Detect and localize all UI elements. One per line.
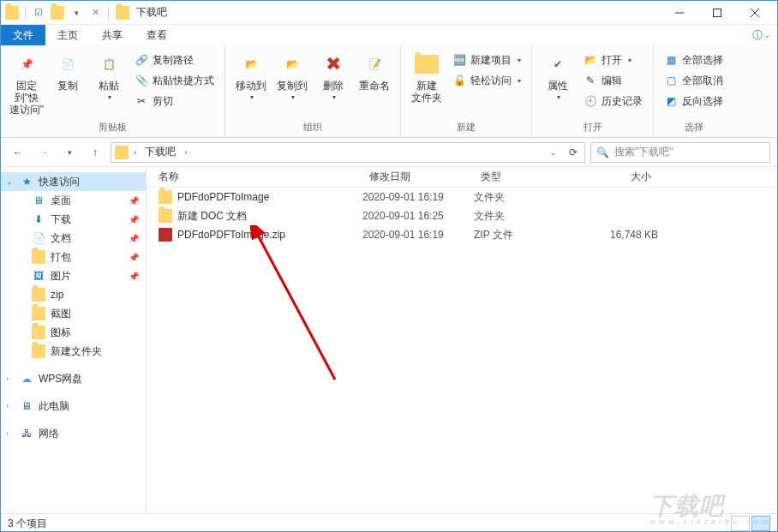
properties-qat-icon[interactable]: ☑ [31,5,46,21]
easy-access-button[interactable]: 🔓轻松访问▾ [449,71,524,90]
forward-button[interactable]: → [33,142,54,163]
open-button[interactable]: 📂打开▾ [580,51,646,69]
folder-icon [32,326,45,339]
column-size[interactable]: 大小 [572,170,658,184]
breadcrumb-segment[interactable]: 下载吧 [141,145,179,159]
select-all-button[interactable]: ▦全部选择 [661,51,727,69]
tab-view[interactable]: 查看 [135,25,179,45]
ribbon-group-new: 新建 文件夹 🆕新建项目▾ 🔓轻松访问▾ 新建 [401,45,532,137]
chevron-right-icon[interactable]: › [6,429,9,438]
column-name[interactable]: 名称 [147,170,362,184]
chevron-right-icon[interactable]: › [6,402,9,410]
path-icon: 🔗 [135,53,148,67]
documents-icon: 📄 [32,231,45,245]
up-button[interactable]: ↑ [85,142,105,163]
column-headers: 名称 修改日期 类型 大小 [147,167,777,188]
sidebar-item-desktop[interactable]: 🖥桌面📌 [1,191,146,210]
selall-icon: ▦ [664,53,678,67]
tab-file[interactable]: 文件 [1,25,45,45]
sidebar-item-documents[interactable]: 📄文档📌 [1,229,146,248]
navigation-pane[interactable]: ⌄★快速访问 🖥桌面📌 ⬇下载📌 📄文档📌 打包📌 🖼图片📌 zip 截图 图标… [1,167,147,513]
search-placeholder: 搜索"下载吧" [614,145,673,159]
invert-selection-button[interactable]: ◩反向选择 [661,92,727,111]
paste-icon: 📋 [95,51,123,78]
search-input[interactable]: 🔍 搜索"下载吧" [590,142,770,163]
edit-icon: ✎ [584,74,597,87]
ribbon-tabs: 文件 主页 共享 查看 ⓘ ⌄ [1,25,777,45]
pin-icon: 📌 [129,253,139,262]
refresh-button[interactable]: ⟳ [566,146,581,158]
file-name: PDFdoPDFToImage [177,191,269,203]
file-list[interactable]: 名称 修改日期 类型 大小 PDFdoPDFToImage2020-09-01 … [147,167,777,513]
select-none-button[interactable]: ▢全部取消 [661,71,727,90]
tab-home[interactable]: 主页 [45,25,90,45]
copy-path-button[interactable]: 🔗复制路径 [131,51,218,69]
history-icon: 🕘 [584,94,597,108]
file-type: 文件夹 [474,190,572,205]
icons-view-button[interactable] [751,516,770,531]
folder-qat-icon[interactable] [4,5,20,21]
properties-button[interactable]: ✔属性▾ [537,49,578,105]
new-item-button[interactable]: 🆕新建项目▾ [449,51,524,69]
move-to-button[interactable]: 📂移动到▾ [230,49,272,105]
chevron-down-icon[interactable]: ⌄ [6,177,13,186]
delete-icon: ✖ [320,51,347,78]
sidebar-item-wps[interactable]: ›☁WPS网盘 [1,369,146,388]
close-button[interactable] [736,1,774,25]
qat-x: ✕ [87,5,103,21]
copy-to-button[interactable]: 📂复制到▾ [272,49,313,105]
history-button[interactable]: 🕘历史记录 [580,92,646,111]
qat-customize-icon[interactable]: ▾ [69,5,84,21]
file-row[interactable]: PDFdoPDFToImage.zip2020-09-01 16:19ZIP 文… [147,225,777,244]
edit-button[interactable]: ✎编辑 [580,71,646,90]
chevron-right-icon[interactable]: › [6,374,9,383]
breadcrumb-dropdown-icon[interactable]: ⌄ [547,148,560,157]
pin-icon: 📌 [129,272,139,281]
pin-icon: 📌 [129,215,139,224]
sidebar-item-zip[interactable]: zip [1,285,146,304]
rename-button[interactable]: 📝重命名 [354,49,395,93]
quick-access-toolbar: ☑ ▾ ✕ [4,5,111,21]
back-button[interactable]: ← [8,142,28,163]
pin-to-quick-access-button[interactable]: 📌 固定到"快 速访问" [6,49,47,117]
copy-button[interactable]: 📄 复制 [47,49,88,93]
column-type[interactable]: 类型 [474,170,572,184]
column-date[interactable]: 修改日期 [362,170,474,184]
chevron-right-icon[interactable]: › [181,147,190,157]
paste-shortcut-button[interactable]: 📎粘贴快捷方式 [131,71,218,90]
ribbon-help-icon[interactable]: ⓘ ⌄ [752,25,770,45]
sidebar-item-pictures[interactable]: 🖼图片📌 [1,266,146,285]
sidebar-item-tubiao[interactable]: 图标 [1,323,146,342]
new-folder-button[interactable]: 新建 文件夹 [406,49,447,105]
breadcrumb-folder-icon [115,146,129,159]
file-row[interactable]: PDFdoPDFToImage2020-09-01 16:19文件夹 [147,188,777,206]
ribbon-group-clipboard: 📌 固定到"快 速访问" 📄 复制 📋 粘贴▾ 🔗复制路径 📎粘贴快捷方式 ✂剪… [1,45,225,137]
folder-icon [32,288,45,302]
title-bar: ☑ ▾ ✕ 下载吧 [1,1,777,25]
group-label-open: 打开 [584,119,602,137]
file-row[interactable]: 新建 DOC 文档2020-09-01 16:25文件夹 [147,206,777,225]
breadcrumb[interactable]: › 下载吧 › ⌄ ⟳ [111,142,585,163]
sidebar-item-dabao[interactable]: 打包📌 [1,248,146,266]
open-icon: 📂 [584,53,597,67]
sidebar-item-newfolder[interactable]: 新建文件夹 [1,342,146,361]
file-date: 2020-09-01 16:25 [362,210,474,222]
new-folder-qat-icon[interactable] [50,5,65,21]
maximize-button[interactable] [698,1,736,25]
pc-icon: 🖥 [20,399,33,413]
sidebar-item-network[interactable]: ›🖧网络 [1,424,146,443]
cut-button[interactable]: ✂剪切 [131,92,218,111]
selnone-icon: ▢ [664,74,678,87]
chevron-right-icon[interactable]: › [130,147,140,157]
sidebar-item-jietu[interactable]: 截图 [1,304,146,323]
minimize-button[interactable] [661,1,698,25]
recent-locations-button[interactable]: ▾ [59,142,80,163]
details-view-button[interactable] [731,516,750,531]
tab-share[interactable]: 共享 [90,25,135,45]
paste-button[interactable]: 📋 粘贴▾ [88,49,129,105]
delete-button[interactable]: ✖删除▾ [313,49,354,105]
sidebar-item-quick-access[interactable]: ⌄★快速访问 [1,172,146,191]
folder-icon [32,250,45,264]
sidebar-item-thispc[interactable]: ›🖥此电脑 [1,397,146,415]
sidebar-item-downloads[interactable]: ⬇下载📌 [1,210,146,229]
